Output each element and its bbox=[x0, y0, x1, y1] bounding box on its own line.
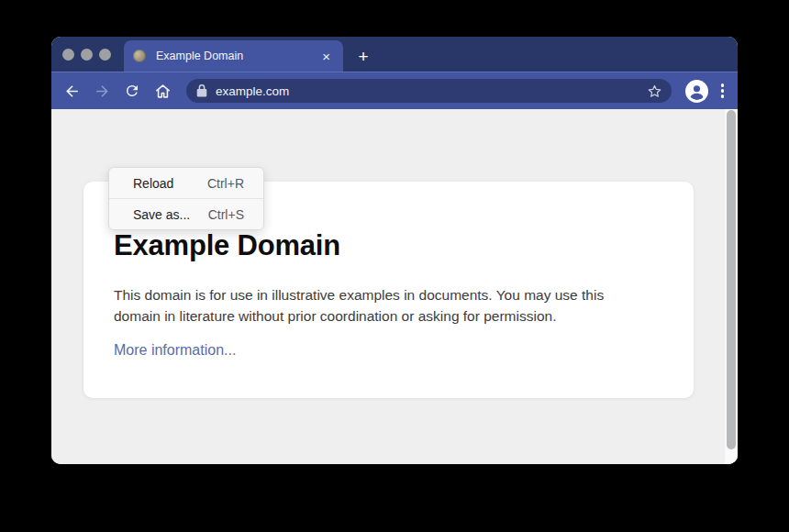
menu-item-save-as[interactable]: Save as... Ctrl+S bbox=[109, 199, 263, 229]
window-controls bbox=[62, 37, 111, 72]
window-minimize-button[interactable] bbox=[81, 49, 93, 61]
menu-item-reload[interactable]: Reload Ctrl+R bbox=[109, 168, 263, 198]
url-text: example.com bbox=[216, 84, 645, 98]
page-body-text: This domain is for use in illustrative e… bbox=[114, 284, 653, 327]
star-icon[interactable] bbox=[645, 82, 664, 101]
window-zoom-button[interactable] bbox=[99, 49, 111, 61]
favicon-globe-icon bbox=[133, 50, 146, 62]
menu-item-label: Reload bbox=[133, 176, 173, 191]
back-icon[interactable] bbox=[62, 82, 81, 100]
browser-toolbar: example.com bbox=[51, 72, 738, 109]
page-viewport: Example Domain This domain is for use in… bbox=[51, 109, 738, 464]
home-icon[interactable] bbox=[153, 82, 172, 100]
window-close-button[interactable] bbox=[62, 49, 74, 61]
address-bar[interactable]: example.com bbox=[186, 79, 672, 103]
profile-icon[interactable] bbox=[685, 80, 708, 103]
close-icon[interactable]: × bbox=[320, 49, 332, 64]
page-title: Example Domain bbox=[114, 229, 661, 262]
menu-item-shortcut: Ctrl+S bbox=[208, 207, 244, 222]
browser-window: Example Domain × + example.com bbox=[51, 37, 738, 464]
forward-icon[interactable] bbox=[93, 82, 111, 100]
menu-item-label: Save as... bbox=[133, 207, 190, 222]
lock-icon bbox=[196, 84, 207, 97]
tab-title: Example Domain bbox=[156, 50, 320, 62]
overflow-menu-icon[interactable] bbox=[721, 83, 725, 98]
menu-item-shortcut: Ctrl+R bbox=[207, 176, 244, 191]
more-information-link[interactable]: More information... bbox=[114, 342, 236, 359]
scrollbar-thumb[interactable] bbox=[727, 110, 736, 449]
title-bar: Example Domain × + bbox=[51, 37, 738, 72]
reload-icon[interactable] bbox=[123, 82, 141, 100]
context-menu: Reload Ctrl+R Save as... Ctrl+S bbox=[108, 167, 264, 230]
new-tab-icon[interactable]: + bbox=[356, 49, 371, 63]
browser-tab[interactable]: Example Domain × bbox=[124, 40, 343, 72]
